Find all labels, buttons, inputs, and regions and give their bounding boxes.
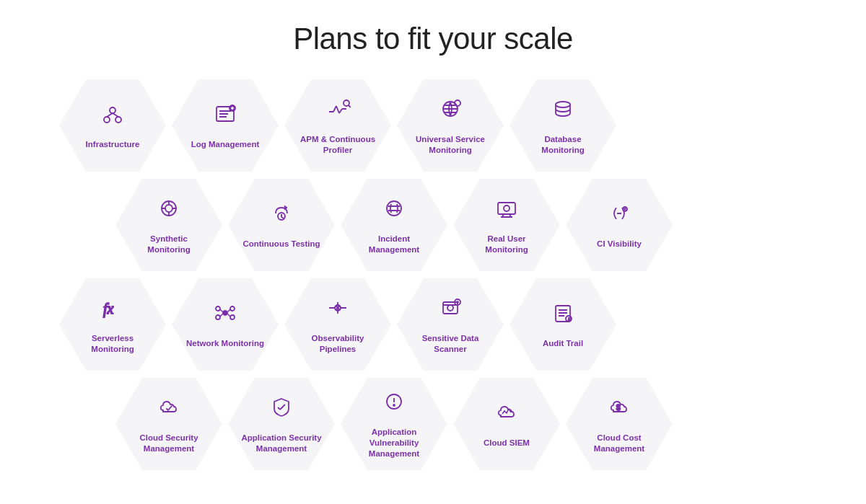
ci-visibility-icon	[606, 200, 632, 234]
incident-management-icon	[381, 195, 407, 229]
application-vulnerability-management-label: Application Vulnerability Management	[354, 427, 434, 459]
network-monitoring-icon	[212, 300, 238, 334]
real-user-monitoring-icon	[494, 195, 520, 229]
log-management-icon	[212, 101, 238, 135]
svg-point-51	[230, 315, 235, 319]
svg-point-75	[568, 320, 569, 322]
synthetic-monitoring-icon	[156, 195, 182, 229]
infrastructure-label: Infrastructure	[86, 139, 140, 150]
hex-item-universal-service[interactable]: Universal Service Monitoring	[395, 78, 505, 173]
continuous-testing-icon	[268, 200, 294, 234]
database-monitoring-label: Database Monitoring	[522, 134, 603, 156]
svg-point-48	[216, 306, 220, 311]
svg-point-47	[223, 311, 227, 315]
svg-line-53	[227, 309, 230, 312]
svg-point-64	[447, 305, 453, 311]
svg-line-15	[339, 109, 342, 113]
svg-point-17	[344, 100, 349, 106]
audit-trail-label: Audit Trail	[543, 338, 583, 349]
sensitive-data-scanner-icon	[437, 295, 463, 329]
serverless-monitoring-label: Serverless Monitoring	[72, 333, 153, 355]
hex-item-audit-trail[interactable]: Audit Trail	[508, 277, 618, 372]
page-title: Plans to fit your scale	[293, 22, 573, 56]
hex-item-application-security-management[interactable]: Application Security Management	[227, 376, 336, 472]
hex-item-application-vulnerability-management[interactable]: Application Vulnerability Management	[339, 376, 449, 472]
hex-item-incident-management[interactable]: Incident Management	[339, 177, 449, 273]
apm-label: APM & Continuous Profiler	[297, 134, 378, 156]
svg-point-2	[115, 117, 121, 123]
network-monitoring-label: Network Monitoring	[186, 338, 264, 349]
svg-point-49	[230, 306, 235, 311]
observability-pipelines-label: Observability Pipelines	[297, 333, 378, 355]
svg-point-41	[504, 205, 509, 211]
hex-item-serverless-monitoring[interactable]: fxServerless Monitoring	[58, 277, 167, 372]
hex-item-cloud-cost-management[interactable]: $Cloud Cost Management	[564, 376, 674, 472]
svg-text:$: $	[616, 404, 621, 412]
hex-item-real-user-monitoring[interactable]: Real User Monitoring	[452, 177, 561, 273]
universal-service-icon	[437, 96, 463, 130]
svg-line-33	[281, 217, 284, 218]
database-monitoring-icon	[550, 96, 576, 130]
serverless-monitoring-icon: fx	[100, 295, 126, 329]
apm-icon	[325, 96, 351, 130]
hex-item-infrastructure[interactable]: Infrastructure	[58, 78, 167, 173]
cloud-siem-label: Cloud SIEM	[484, 438, 530, 448]
cloud-security-management-icon	[156, 394, 182, 428]
svg-text:fx: fx	[103, 301, 114, 317]
svg-point-0	[110, 107, 115, 113]
svg-rect-37	[498, 203, 515, 214]
svg-point-34	[387, 201, 401, 216]
svg-point-26	[165, 205, 172, 212]
svg-rect-69	[556, 306, 570, 322]
hex-item-observability-pipelines[interactable]: Observability Pipelines	[283, 277, 393, 372]
hex-item-cloud-siem[interactable]: Cloud SIEM	[452, 376, 561, 472]
svg-line-54	[220, 314, 223, 317]
universal-service-label: Universal Service Monitoring	[410, 134, 491, 156]
hex-item-database-monitoring[interactable]: Database Monitoring	[508, 78, 618, 173]
cloud-security-management-label: Cloud Security Management	[128, 433, 209, 454]
svg-line-13	[333, 106, 336, 112]
cloud-cost-management-icon: $	[606, 394, 632, 428]
svg-line-55	[227, 314, 230, 317]
infrastructure-icon	[100, 101, 126, 135]
synthetic-monitoring-label: Synthetic Monitoring	[128, 234, 209, 255]
hex-item-ci-visibility[interactable]: CI Visibility	[564, 177, 674, 273]
hex-item-synthetic-monitoring[interactable]: Synthetic Monitoring	[114, 177, 224, 273]
log-management-label: Log Management	[191, 139, 260, 150]
hex-item-log-management[interactable]: Log Management	[170, 78, 280, 173]
svg-point-24	[556, 102, 570, 107]
svg-line-3	[107, 113, 113, 117]
hex-item-sensitive-data-scanner[interactable]: Sensitive Data Scanner	[395, 277, 505, 372]
svg-line-4	[113, 113, 118, 117]
svg-line-52	[220, 309, 223, 312]
honeycomb-grid: InfrastructureLog ManagementAPM & Contin…	[36, 71, 830, 482]
hex-item-apm[interactable]: APM & Continuous Profiler	[283, 78, 393, 173]
hex-item-cloud-security-management[interactable]: Cloud Security Management	[114, 376, 224, 472]
incident-management-label: Incident Management	[354, 234, 434, 255]
application-security-management-label: Application Security Management	[241, 433, 322, 454]
continuous-testing-label: Continuous Testing	[242, 239, 320, 249]
ci-visibility-label: CI Visibility	[597, 239, 642, 249]
svg-line-14	[336, 106, 339, 113]
audit-trail-icon	[550, 300, 576, 334]
sensitive-data-scanner-label: Sensitive Data Scanner	[410, 333, 491, 355]
hex-item-continuous-testing[interactable]: Continuous Testing	[227, 177, 336, 273]
real-user-monitoring-label: Real User Monitoring	[466, 234, 547, 255]
observability-pipelines-icon	[325, 295, 351, 329]
svg-line-77	[280, 404, 285, 410]
application-vulnerability-management-icon	[381, 389, 407, 423]
svg-point-1	[104, 117, 110, 123]
svg-line-18	[349, 105, 351, 107]
cloud-siem-icon	[494, 399, 520, 433]
application-security-management-icon	[268, 394, 294, 428]
svg-point-80	[393, 404, 395, 406]
hex-item-network-monitoring[interactable]: Network Monitoring	[170, 277, 280, 372]
svg-point-50	[216, 315, 220, 319]
cloud-cost-management-label: Cloud Cost Management	[579, 433, 660, 454]
